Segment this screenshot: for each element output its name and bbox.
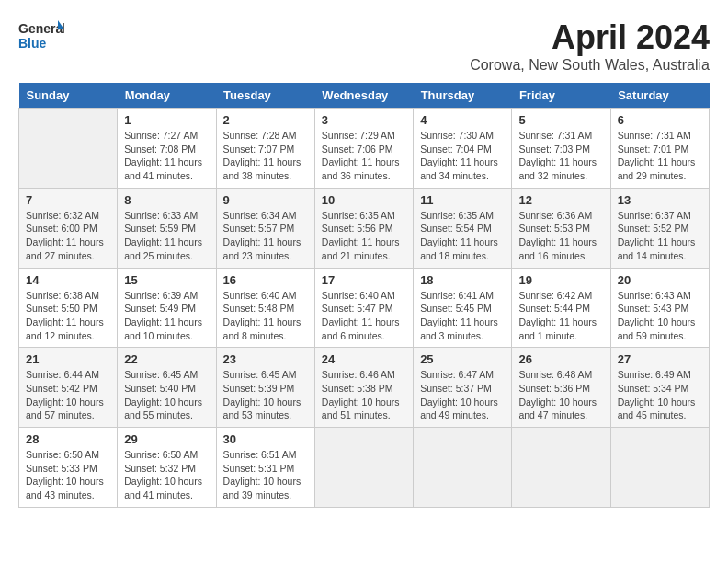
header-day: Tuesday bbox=[216, 83, 314, 109]
calendar-week-row: 28Sunrise: 6:50 AM Sunset: 5:33 PM Dayli… bbox=[19, 428, 710, 508]
calendar-cell: 5Sunrise: 7:31 AM Sunset: 7:03 PM Daylig… bbox=[512, 109, 610, 189]
calendar-week-row: 1Sunrise: 7:27 AM Sunset: 7:08 PM Daylig… bbox=[19, 109, 710, 189]
logo: General Blue bbox=[18, 18, 64, 55]
day-number: 5 bbox=[518, 113, 603, 127]
calendar-cell bbox=[610, 428, 709, 508]
calendar-cell: 26Sunrise: 6:48 AM Sunset: 5:36 PM Dayli… bbox=[512, 348, 610, 428]
day-info: Sunrise: 7:28 AM Sunset: 7:07 PM Dayligh… bbox=[223, 129, 308, 183]
title-block: April 2024 Corowa, New South Wales, Aust… bbox=[470, 18, 710, 74]
day-number: 11 bbox=[420, 193, 505, 207]
day-info: Sunrise: 6:50 AM Sunset: 5:32 PM Dayligh… bbox=[124, 448, 209, 502]
calendar-cell: 3Sunrise: 7:29 AM Sunset: 7:06 PM Daylig… bbox=[314, 109, 413, 189]
calendar-cell bbox=[512, 428, 610, 508]
calendar-cell: 27Sunrise: 6:49 AM Sunset: 5:34 PM Dayli… bbox=[610, 348, 709, 428]
calendar-cell: 11Sunrise: 6:35 AM Sunset: 5:54 PM Dayli… bbox=[414, 188, 512, 268]
day-info: Sunrise: 6:32 AM Sunset: 6:00 PM Dayligh… bbox=[26, 209, 110, 263]
calendar-cell: 10Sunrise: 6:35 AM Sunset: 5:56 PM Dayli… bbox=[314, 188, 413, 268]
day-info: Sunrise: 7:30 AM Sunset: 7:04 PM Dayligh… bbox=[420, 129, 505, 183]
logo-svg: General Blue bbox=[18, 18, 64, 55]
calendar-cell: 24Sunrise: 6:46 AM Sunset: 5:38 PM Dayli… bbox=[314, 348, 413, 428]
calendar-cell: 13Sunrise: 6:37 AM Sunset: 5:52 PM Dayli… bbox=[610, 188, 709, 268]
calendar-cell: 14Sunrise: 6:38 AM Sunset: 5:50 PM Dayli… bbox=[19, 268, 118, 348]
day-info: Sunrise: 6:34 AM Sunset: 5:57 PM Dayligh… bbox=[223, 209, 308, 263]
calendar-cell: 18Sunrise: 6:41 AM Sunset: 5:45 PM Dayli… bbox=[414, 268, 512, 348]
day-info: Sunrise: 6:45 AM Sunset: 5:39 PM Dayligh… bbox=[223, 368, 308, 422]
calendar-cell: 23Sunrise: 6:45 AM Sunset: 5:39 PM Dayli… bbox=[216, 348, 314, 428]
day-info: Sunrise: 6:45 AM Sunset: 5:40 PM Dayligh… bbox=[124, 368, 209, 422]
day-info: Sunrise: 7:31 AM Sunset: 7:01 PM Dayligh… bbox=[618, 129, 702, 183]
day-info: Sunrise: 6:37 AM Sunset: 5:52 PM Dayligh… bbox=[618, 209, 702, 263]
calendar-cell: 12Sunrise: 6:36 AM Sunset: 5:53 PM Dayli… bbox=[512, 188, 610, 268]
day-info: Sunrise: 7:27 AM Sunset: 7:08 PM Dayligh… bbox=[124, 129, 209, 183]
day-number: 16 bbox=[223, 273, 308, 287]
day-number: 24 bbox=[322, 352, 406, 366]
day-number: 4 bbox=[420, 113, 505, 127]
svg-text:Blue: Blue bbox=[18, 36, 47, 51]
header-day: Friday bbox=[512, 83, 610, 109]
day-number: 7 bbox=[26, 193, 110, 207]
day-info: Sunrise: 6:43 AM Sunset: 5:43 PM Dayligh… bbox=[618, 289, 702, 343]
calendar-cell: 29Sunrise: 6:50 AM Sunset: 5:32 PM Dayli… bbox=[118, 428, 216, 508]
calendar-cell: 8Sunrise: 6:33 AM Sunset: 5:59 PM Daylig… bbox=[118, 188, 216, 268]
calendar-week-row: 21Sunrise: 6:44 AM Sunset: 5:42 PM Dayli… bbox=[19, 348, 710, 428]
calendar-week-row: 7Sunrise: 6:32 AM Sunset: 6:00 PM Daylig… bbox=[19, 188, 710, 268]
calendar-cell bbox=[314, 428, 413, 508]
day-info: Sunrise: 6:39 AM Sunset: 5:49 PM Dayligh… bbox=[124, 289, 209, 343]
day-number: 22 bbox=[124, 352, 209, 366]
calendar-cell: 7Sunrise: 6:32 AM Sunset: 6:00 PM Daylig… bbox=[19, 188, 118, 268]
day-number: 3 bbox=[322, 113, 406, 127]
day-info: Sunrise: 6:35 AM Sunset: 5:56 PM Dayligh… bbox=[322, 209, 406, 263]
day-number: 2 bbox=[223, 113, 308, 127]
day-info: Sunrise: 6:46 AM Sunset: 5:38 PM Dayligh… bbox=[322, 368, 406, 422]
location-subtitle: Corowa, New South Wales, Australia bbox=[470, 57, 710, 74]
day-number: 14 bbox=[26, 273, 110, 287]
header-day: Sunday bbox=[19, 83, 118, 109]
calendar-cell: 22Sunrise: 6:45 AM Sunset: 5:40 PM Dayli… bbox=[118, 348, 216, 428]
page-title: April 2024 bbox=[470, 18, 710, 57]
day-info: Sunrise: 6:50 AM Sunset: 5:33 PM Dayligh… bbox=[26, 448, 110, 502]
day-number: 20 bbox=[618, 273, 702, 287]
day-number: 29 bbox=[124, 432, 209, 446]
calendar-cell: 30Sunrise: 6:51 AM Sunset: 5:31 PM Dayli… bbox=[216, 428, 314, 508]
day-info: Sunrise: 6:51 AM Sunset: 5:31 PM Dayligh… bbox=[223, 448, 308, 502]
calendar-cell: 28Sunrise: 6:50 AM Sunset: 5:33 PM Dayli… bbox=[19, 428, 118, 508]
calendar-cell: 2Sunrise: 7:28 AM Sunset: 7:07 PM Daylig… bbox=[216, 109, 314, 189]
day-number: 17 bbox=[322, 273, 406, 287]
day-info: Sunrise: 7:31 AM Sunset: 7:03 PM Dayligh… bbox=[518, 129, 603, 183]
calendar-cell bbox=[414, 428, 512, 508]
calendar-cell: 4Sunrise: 7:30 AM Sunset: 7:04 PM Daylig… bbox=[414, 109, 512, 189]
day-number: 12 bbox=[518, 193, 603, 207]
day-info: Sunrise: 6:42 AM Sunset: 5:44 PM Dayligh… bbox=[518, 289, 603, 343]
day-number: 27 bbox=[618, 352, 702, 366]
day-info: Sunrise: 6:36 AM Sunset: 5:53 PM Dayligh… bbox=[518, 209, 603, 263]
day-number: 25 bbox=[420, 352, 505, 366]
day-info: Sunrise: 6:38 AM Sunset: 5:50 PM Dayligh… bbox=[26, 289, 110, 343]
calendar-cell: 15Sunrise: 6:39 AM Sunset: 5:49 PM Dayli… bbox=[118, 268, 216, 348]
header-day: Thursday bbox=[414, 83, 512, 109]
day-number: 1 bbox=[124, 113, 209, 127]
calendar-cell: 19Sunrise: 6:42 AM Sunset: 5:44 PM Dayli… bbox=[512, 268, 610, 348]
day-number: 10 bbox=[322, 193, 406, 207]
day-number: 26 bbox=[518, 352, 603, 366]
day-info: Sunrise: 6:33 AM Sunset: 5:59 PM Dayligh… bbox=[124, 209, 209, 263]
day-number: 21 bbox=[26, 352, 110, 366]
day-number: 30 bbox=[223, 432, 308, 446]
calendar-cell: 6Sunrise: 7:31 AM Sunset: 7:01 PM Daylig… bbox=[610, 109, 709, 189]
day-number: 28 bbox=[26, 432, 110, 446]
calendar-cell: 25Sunrise: 6:47 AM Sunset: 5:37 PM Dayli… bbox=[414, 348, 512, 428]
header-row: SundayMondayTuesdayWednesdayThursdayFrid… bbox=[19, 83, 710, 109]
svg-text:General: General bbox=[18, 21, 64, 36]
day-number: 23 bbox=[223, 352, 308, 366]
day-number: 13 bbox=[618, 193, 702, 207]
calendar-cell: 9Sunrise: 6:34 AM Sunset: 5:57 PM Daylig… bbox=[216, 188, 314, 268]
day-number: 6 bbox=[618, 113, 702, 127]
day-number: 9 bbox=[223, 193, 308, 207]
day-number: 15 bbox=[124, 273, 209, 287]
day-info: Sunrise: 6:48 AM Sunset: 5:36 PM Dayligh… bbox=[518, 368, 603, 422]
calendar-cell: 1Sunrise: 7:27 AM Sunset: 7:08 PM Daylig… bbox=[118, 109, 216, 189]
page-header: General Blue April 2024 Corowa, New Sout… bbox=[18, 18, 710, 74]
day-info: Sunrise: 6:40 AM Sunset: 5:47 PM Dayligh… bbox=[322, 289, 406, 343]
day-number: 19 bbox=[518, 273, 603, 287]
calendar-cell: 17Sunrise: 6:40 AM Sunset: 5:47 PM Dayli… bbox=[314, 268, 413, 348]
day-number: 8 bbox=[124, 193, 209, 207]
